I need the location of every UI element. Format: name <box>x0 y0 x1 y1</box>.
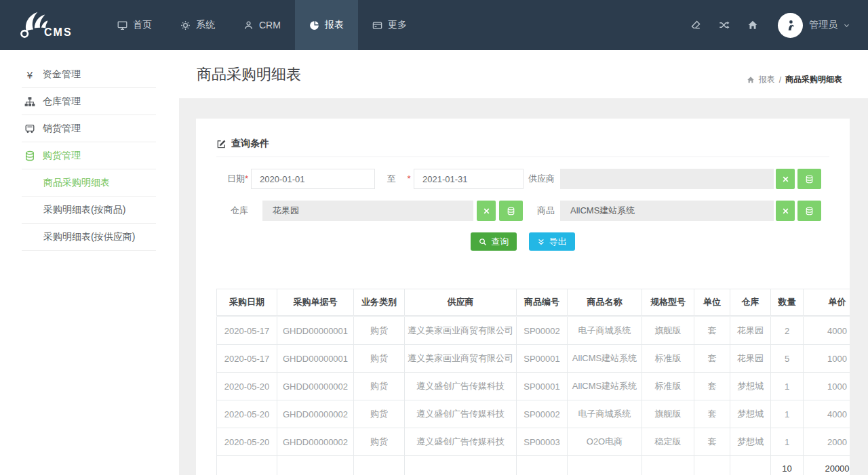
table-cell: 2020-05-20 <box>217 373 277 400</box>
breadcrumb-root-link[interactable]: 报表 <box>759 74 775 85</box>
supplier-clear-button[interactable] <box>776 169 795 189</box>
sidebar-subitem-goods-purchase-detail[interactable]: 商品采购明细表 <box>0 169 179 197</box>
table-cell: GHDD00000001 <box>277 316 354 345</box>
quick-switch-button[interactable] <box>710 0 738 50</box>
table-cell <box>405 456 517 475</box>
close-icon <box>782 175 789 183</box>
sidebar: ¥资金管理仓库管理销货管理购货管理商品采购明细表采购明细表(按商品)采购明细表(… <box>0 50 179 475</box>
nav-item-system[interactable]: 系统 <box>166 0 229 50</box>
table-row: 2020-05-17GHDD00000001购货遵义美家画业商贸有限公司SP00… <box>217 345 850 373</box>
gear-icon <box>180 20 191 30</box>
page-title: 商品采购明细表 <box>197 64 301 85</box>
report-table: 采购日期采购单据号业务类别供应商商品编号商品名称规格型号单位仓库数量单价 202… <box>216 289 850 475</box>
database-icon <box>805 175 814 184</box>
query-form: 日期* 至 * 供应商 仓库 <box>216 169 829 221</box>
query-section-header: 查询条件 <box>216 138 829 157</box>
nav-item-label: 更多 <box>388 19 407 31</box>
date-from-input[interactable] <box>251 169 375 189</box>
topbar-right: 管理员 <box>682 0 868 50</box>
table-cell: SP00002 <box>517 316 568 345</box>
table-cell: 1 <box>771 373 804 400</box>
table-cell: GHDD00000001 <box>277 345 354 373</box>
table-cell: AllCMS建站系统 <box>568 345 642 373</box>
table-cell <box>217 456 277 475</box>
date-to-input[interactable] <box>414 169 524 189</box>
sidebar-subitem-purchase-detail-by-supplier[interactable]: 采购明细表(按供应商) <box>0 224 179 251</box>
table-cell: 4000 <box>804 316 850 345</box>
user-menu[interactable]: 管理员 <box>778 13 850 38</box>
pie-chart-icon <box>309 20 319 30</box>
table-cell: 遵义盛创广告传媒科技 <box>405 428 517 456</box>
warehouse-clear-button[interactable] <box>477 201 496 221</box>
table-cell <box>730 456 771 475</box>
table-row: 2020-05-20GHDD00000002购货遵义盛创广告传媒科技SP0000… <box>217 400 850 428</box>
user-name: 管理员 <box>809 19 837 31</box>
sidebar-item-purchase[interactable]: 购货管理 <box>0 142 179 169</box>
home-icon <box>747 20 758 30</box>
table-cell <box>568 456 642 475</box>
close-icon <box>782 207 789 215</box>
table-total-row: 10 20000 <box>217 456 850 475</box>
table-row: 2020-05-20GHDD00000002购货遵义盛创广告传媒科技SP0000… <box>217 428 850 456</box>
export-button[interactable]: 导出 <box>529 232 575 251</box>
table-cell <box>277 456 354 475</box>
avatar-figure-icon <box>783 18 797 33</box>
total-price-cell: 20000 <box>804 456 850 475</box>
sidebar-item-sales[interactable]: 销货管理 <box>0 115 179 142</box>
column-header: 商品编号 <box>517 289 568 316</box>
topbar: CMS 首页系统CRM报表更多 管理员 <box>0 0 868 50</box>
required-mark: * <box>405 169 413 189</box>
table-header-row: 采购日期采购单据号业务类别供应商商品编号商品名称规格型号单位仓库数量单价 <box>217 289 850 316</box>
warehouse-field[interactable] <box>262 201 473 221</box>
table-cell: SP00001 <box>517 373 568 400</box>
logo-text: CMS <box>44 26 73 39</box>
search-button[interactable]: 查询 <box>471 232 517 251</box>
sidebar-subitem-purchase-detail-by-product[interactable]: 采购明细表(按商品) <box>0 197 179 224</box>
table-body: 2020-05-17GHDD00000001购货遵义美家画业商贸有限公司SP00… <box>217 316 850 456</box>
column-header: 单价 <box>804 289 850 316</box>
table-cell <box>354 456 405 475</box>
nav-item-label: 系统 <box>196 19 215 31</box>
eraser-icon <box>690 20 701 30</box>
table-cell: 遵义美家画业商贸有限公司 <box>405 316 517 345</box>
table-cell: 套 <box>694 428 730 456</box>
table-cell: 梦想城 <box>730 428 771 456</box>
topbar-quick-icons <box>682 0 767 50</box>
sidebar-subitem-label: 采购明细表(按供应商) <box>43 231 135 243</box>
nav-item-crm[interactable]: CRM <box>229 0 295 50</box>
product-select-button[interactable] <box>797 201 821 221</box>
table-cell: 2 <box>771 316 804 345</box>
product-clear-button[interactable] <box>776 201 795 221</box>
table-cell: 购货 <box>354 428 405 456</box>
supplier-field[interactable] <box>560 169 774 189</box>
table-cell: O2O电商 <box>568 428 642 456</box>
column-header: 商品名称 <box>568 289 642 316</box>
table-cell: 旗舰版 <box>642 400 694 428</box>
sidebar-item-warehouse[interactable]: 仓库管理 <box>0 88 179 115</box>
table-row: 2020-05-20GHDD00000002购货遵义盛创广告传媒科技SP0000… <box>217 373 850 400</box>
table-cell: 遵义美家画业商贸有限公司 <box>405 345 517 373</box>
truck-icon <box>24 123 35 134</box>
nav-item-label: 首页 <box>133 19 152 31</box>
nav-item-home[interactable]: 首页 <box>103 0 166 50</box>
report-table-wrap: 采购日期采购单据号业务类别供应商商品编号商品名称规格型号单位仓库数量单价 202… <box>216 289 850 475</box>
table-cell: 电子商城系统 <box>568 316 642 345</box>
supplier-select-button[interactable] <box>797 169 821 189</box>
nav-item-more[interactable]: 更多 <box>358 0 421 50</box>
quick-clear-button[interactable] <box>682 0 710 50</box>
sidebar-item-funds[interactable]: ¥资金管理 <box>0 61 179 88</box>
topbar-nav: 首页系统CRM报表更多 <box>103 0 421 50</box>
table-cell: 1000 <box>804 345 850 373</box>
product-field[interactable] <box>560 201 774 221</box>
avatar <box>778 13 803 38</box>
table-cell: 梦想城 <box>730 373 771 400</box>
column-header: 仓库 <box>730 289 771 316</box>
table-cell: 稳定版 <box>642 428 694 456</box>
table-cell: SP00002 <box>517 400 568 428</box>
desktop-icon <box>117 20 127 30</box>
quick-home-button[interactable] <box>738 0 767 50</box>
warehouse-label: 仓库 <box>216 201 248 221</box>
nav-item-reports[interactable]: 报表 <box>295 0 358 50</box>
table-cell: 套 <box>694 316 730 345</box>
sidebar-item-label: 仓库管理 <box>43 96 81 108</box>
